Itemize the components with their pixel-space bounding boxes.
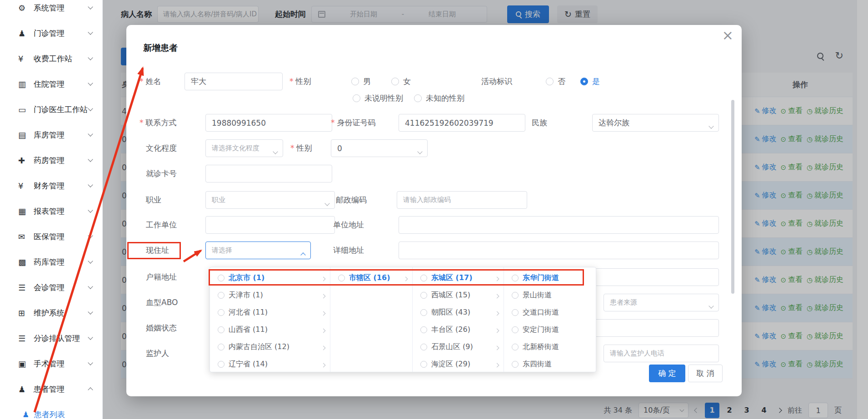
- sidebar-item-patient-list[interactable]: ♟ 患者列表: [0, 402, 102, 419]
- gear-icon: ⚙: [18, 3, 31, 13]
- modal-title: 新增患者: [143, 42, 178, 54]
- radio-gender-female[interactable]: 女: [391, 73, 411, 90]
- current-address-select[interactable]: 请选择: [205, 242, 311, 259]
- sidebar-item-label: 住院管理: [34, 79, 89, 89]
- patient-source-select[interactable]: 患者来源: [604, 294, 719, 311]
- sidebar-item-pharmacy[interactable]: ✚ 药房管理: [0, 148, 102, 173]
- cascader-option-beijing[interactable]: 北京市 (1): [210, 269, 330, 286]
- cascader-option-jingshan[interactable]: 景山街道: [504, 286, 596, 304]
- sidebar-item-warehouse[interactable]: ▤ 库房管理: [0, 122, 102, 148]
- sidebar-item-system[interactable]: ⚙ 系统管理: [0, 0, 102, 20]
- sidebar-item-label: 患者管理: [34, 384, 89, 394]
- radio-gender-male[interactable]: 男: [351, 73, 371, 90]
- cascader-option-liaoning[interactable]: 辽宁省 (14): [210, 355, 330, 372]
- modal-scrollbar[interactable]: [731, 100, 734, 294]
- radio-active-yes[interactable]: 是: [580, 73, 600, 90]
- radio-circle: [414, 94, 422, 102]
- close-icon[interactable]: ×: [722, 29, 733, 42]
- gender-code-select[interactable]: 0: [331, 139, 428, 157]
- radio-circle: [353, 94, 360, 102]
- occupation-select[interactable]: 职业: [205, 191, 335, 209]
- cancel-button[interactable]: 取 消: [688, 365, 723, 382]
- sidebar-item-consultation[interactable]: ☰ 会诊管理: [0, 275, 102, 300]
- radio-circle: [512, 326, 519, 333]
- card-no-input[interactable]: [205, 165, 332, 182]
- sidebar-item-finance[interactable]: ¥ 财务管理: [0, 173, 102, 198]
- cascader-option-xicheng[interactable]: 西城区 (15): [413, 286, 504, 304]
- chevron-right-icon: [322, 308, 325, 317]
- square-icon: ▣: [18, 359, 31, 369]
- cascader-option-andingmen[interactable]: 安定门街道: [504, 321, 596, 338]
- field-label-detail-address: 详细地址: [333, 242, 364, 259]
- radio-circle: [218, 309, 224, 316]
- report-icon: ▦: [18, 207, 31, 216]
- chevron-down-icon: [88, 80, 93, 85]
- sidebar-item-outpatient[interactable]: ♟ 门诊管理: [0, 20, 102, 46]
- field-label-guardian: 监护人: [146, 345, 169, 362]
- sidebar-item-label: 报表管理: [34, 206, 89, 217]
- chevron-up-icon: [88, 387, 93, 392]
- cascader-option-shixiaqu[interactable]: 市辖区 (16): [330, 269, 412, 286]
- chevron-right-icon: [495, 291, 499, 300]
- sidebar-item-reports[interactable]: ▦ 报表管理: [0, 198, 102, 224]
- sidebar-item-doctor-station[interactable]: ▭ 门诊医生工作站: [0, 97, 102, 122]
- radio-circle: [218, 292, 224, 299]
- field-label-registered-address: 户籍地址: [146, 268, 177, 286]
- cascader-option-jiaodaokou[interactable]: 交道口街道: [504, 304, 596, 321]
- cascader-option-hebei[interactable]: 河北省 (11): [210, 304, 330, 321]
- user-icon: ♟: [22, 410, 34, 419]
- field-label-current-address: 现住址: [146, 242, 169, 259]
- cascader-option-chaoyang[interactable]: 朝阳区 (43): [413, 304, 504, 321]
- name-input[interactable]: 牢大: [185, 73, 283, 90]
- chevron-down-icon: [88, 335, 93, 340]
- id-number-input[interactable]: 411625192602039719: [399, 114, 525, 132]
- confirm-button[interactable]: 确 定: [649, 365, 685, 382]
- radio-gender-unknown[interactable]: 未知的性别: [414, 89, 464, 107]
- chevron-right-icon: [495, 325, 499, 334]
- sidebar-item-insurance[interactable]: ✉ 医保管理: [0, 224, 102, 249]
- cascader-option-shanxi[interactable]: 山西省 (11): [210, 321, 330, 338]
- contact-input[interactable]: 19880991650: [205, 114, 332, 132]
- cascader-option-shijingshan[interactable]: 石景山区 (9): [413, 338, 504, 355]
- chevron-down-icon: [709, 301, 713, 310]
- document-icon: ▤: [18, 130, 31, 140]
- guardian-phone-input[interactable]: 请输入监护人电话: [604, 345, 719, 362]
- ethnicity-select[interactable]: 达斡尔族: [592, 114, 719, 132]
- sidebar-item-charging-station[interactable]: ¥ 收费工作站: [0, 46, 102, 71]
- cascader-option-dongcheng[interactable]: 东城区 (17): [413, 269, 504, 286]
- sidebar-item-triage-queue[interactable]: ☰ 分诊排队管理: [0, 325, 102, 351]
- work-unit-input[interactable]: [205, 216, 335, 234]
- sidebar-item-label: 分诊排队管理: [34, 333, 89, 344]
- cascader-option-haidian[interactable]: 海淀区 (29): [413, 355, 504, 372]
- cascader-option-beixinqiao[interactable]: 北新桥街道: [504, 338, 596, 355]
- cascader-option-tianjin[interactable]: 天津市 (1): [210, 286, 330, 304]
- sidebar-item-label: 会诊管理: [34, 282, 89, 293]
- work-address-input[interactable]: [399, 216, 719, 234]
- sidebar-item-inpatient[interactable]: ▥ 住院管理: [0, 71, 102, 97]
- radio-circle: [218, 344, 224, 350]
- education-select[interactable]: 请选择文化程度: [205, 139, 283, 157]
- yen-icon: ¥: [18, 54, 31, 64]
- postal-input[interactable]: 请输入邮政编码: [397, 191, 527, 209]
- cascader-option-donghuamen[interactable]: 东华门街道: [504, 269, 596, 286]
- sidebar-item-patient[interactable]: ♟ 患者管理: [0, 376, 102, 402]
- cascader-option-neimenggu[interactable]: 内蒙古自治区 (12): [210, 338, 330, 355]
- chevron-right-icon: [322, 274, 325, 282]
- cascader-option-fengtai[interactable]: 丰台区 (26): [413, 321, 504, 338]
- sidebar-item-maintenance[interactable]: ⊞ 维护系统: [0, 300, 102, 325]
- detail-address-input[interactable]: [399, 242, 719, 259]
- sidebar-item-label: 医保管理: [34, 232, 89, 242]
- chevron-down-icon: [709, 121, 713, 130]
- sidebar: ⚙ 系统管理 ♟ 门诊管理 ¥ 收费工作站 ▥ 住院管理 ▭ 门诊医生工: [0, 0, 103, 419]
- radio-circle: [512, 361, 519, 368]
- sidebar-item-label: 系统管理: [34, 3, 89, 13]
- radio-active-no[interactable]: 否: [546, 73, 565, 90]
- cascader-option-dongsi[interactable]: 东四街道: [504, 355, 596, 372]
- radio-circle: [420, 326, 427, 333]
- chevron-down-icon: [88, 30, 93, 35]
- cascader-district-column: 东城区 (17) 西城区 (15) 朝阳区 (43) 丰台区 (26): [413, 267, 504, 372]
- field-label-active-flag: 活动标识: [481, 73, 512, 90]
- sidebar-item-surgery[interactable]: ▣ 手术管理: [0, 351, 102, 376]
- radio-gender-unstated[interactable]: 未说明性别: [353, 89, 403, 107]
- sidebar-item-drugstore[interactable]: ▩ 药库管理: [0, 249, 102, 275]
